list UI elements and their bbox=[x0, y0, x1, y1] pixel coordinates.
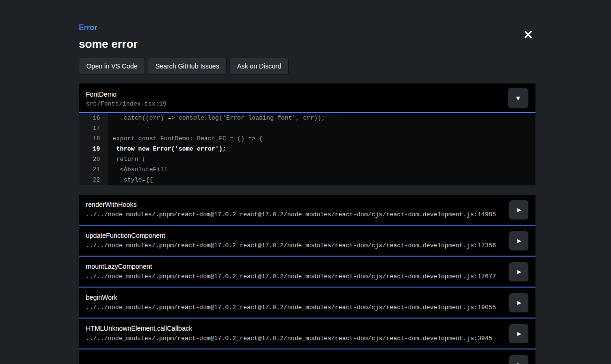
action-button-label: Open in VS Code bbox=[86, 62, 137, 70]
error-type-label: Error bbox=[79, 23, 97, 32]
action-button-label: Ask on Discord bbox=[237, 62, 281, 70]
stack-frame-function: updateFunctionComponent bbox=[86, 232, 503, 239]
play-right-icon: ▶ bbox=[516, 269, 521, 275]
code-frame-location: src/Fonts/index.tsx:19 bbox=[86, 100, 503, 107]
open-in-vscode-button[interactable]: Open in VS Code bbox=[79, 58, 145, 75]
stack-frame-location: ../../node_modules/.pnpm/react-dom@17.0.… bbox=[86, 335, 503, 342]
stack-frame-list: renderWithHooks ../../node_modules/.pnpm… bbox=[79, 195, 535, 364]
stack-frame-location: ../../node_modules/.pnpm/react-dom@17.0.… bbox=[86, 211, 503, 218]
expand-frame-button[interactable]: ▶ bbox=[509, 293, 528, 312]
stack-frame-location: ../../node_modules/.pnpm/react-dom@17.0.… bbox=[86, 304, 503, 311]
stack-frame: updateFunctionComponent ../../node_modul… bbox=[79, 226, 535, 257]
line-source: export const FontDemo: React.FC = () => … bbox=[108, 134, 263, 144]
code-line: 21 <AbsoluteFill bbox=[79, 165, 535, 175]
code-line: 16 .catch((err) => console.log('Error lo… bbox=[79, 113, 535, 123]
stack-frame: HTMLUnknownElement.callCallback ../../no… bbox=[79, 318, 535, 349]
play-right-icon: ▶ bbox=[516, 300, 521, 306]
line-source: return ( bbox=[108, 154, 145, 165]
stack-frame: mountLazyComponent ../../node_modules/.p… bbox=[79, 257, 535, 288]
stack-frame-location: ../../node_modules/.pnpm/react-dom@17.0.… bbox=[86, 242, 503, 249]
line-number: 17 bbox=[79, 123, 108, 134]
stack-frame-partial: ▶ bbox=[79, 349, 535, 364]
play-right-icon: ▶ bbox=[516, 362, 521, 364]
line-number: 18 bbox=[79, 134, 108, 144]
line-number: 16 bbox=[79, 113, 108, 123]
ask-on-discord-button[interactable]: Ask on Discord bbox=[229, 58, 289, 75]
play-right-icon: ▶ bbox=[516, 331, 521, 337]
code-line: 19 throw new Error('some error'); bbox=[79, 144, 535, 154]
expand-frame-button[interactable]: ▶ bbox=[509, 231, 528, 250]
play-right-icon: ▶ bbox=[516, 238, 521, 244]
line-number: 19 bbox=[79, 144, 108, 154]
code-frame-card: FontDemo src/Fonts/index.tsx:19 ▼ 16 .ca… bbox=[79, 83, 535, 185]
line-number: 22 bbox=[79, 175, 108, 185]
line-source bbox=[108, 123, 113, 134]
line-source: .catch((err) => console.log('Error loadi… bbox=[108, 113, 325, 123]
code-line: 20 return ( bbox=[79, 154, 535, 165]
error-message: some error bbox=[79, 38, 535, 51]
code-lines: 16 .catch((err) => console.log('Error lo… bbox=[79, 113, 535, 185]
expand-frame-button[interactable]: ▶ bbox=[509, 200, 528, 220]
code-frame-function: FontDemo bbox=[86, 91, 503, 99]
code-line: 17 bbox=[79, 123, 535, 134]
search-github-issues-button[interactable]: Search GitHub Issues bbox=[148, 58, 227, 75]
collapse-code-button[interactable]: ▼ bbox=[508, 88, 528, 108]
stack-frame-function: HTMLUnknownElement.callCallback bbox=[86, 325, 503, 332]
expand-frame-button[interactable]: ▶ bbox=[509, 262, 528, 281]
play-right-icon: ▶ bbox=[516, 207, 521, 213]
code-line: 18 export const FontDemo: React.FC = () … bbox=[79, 134, 535, 144]
expand-frame-button[interactable]: ▶ bbox=[509, 355, 528, 364]
stack-frame: renderWithHooks ../../node_modules/.pnpm… bbox=[79, 195, 535, 226]
code-line: 22 style={{ bbox=[79, 175, 535, 185]
expand-frame-button[interactable]: ▶ bbox=[509, 324, 528, 343]
chevron-down-icon: ▼ bbox=[516, 95, 520, 101]
stack-frame-location: ../../node_modules/.pnpm/react-dom@17.0.… bbox=[86, 273, 503, 280]
stack-frame-function: mountLazyComponent bbox=[86, 263, 503, 270]
line-source: <AbsoluteFill bbox=[108, 165, 168, 175]
line-source: style={{ bbox=[108, 175, 153, 185]
line-number: 21 bbox=[79, 165, 108, 175]
code-frame-header: FontDemo src/Fonts/index.tsx:19 ▼ bbox=[79, 83, 535, 113]
action-button-label: Search GitHub Issues bbox=[155, 62, 219, 70]
line-number: 20 bbox=[79, 154, 108, 165]
stack-frame-function: renderWithHooks bbox=[86, 201, 503, 208]
stack-frame-function: beginWork bbox=[86, 294, 503, 301]
stack-frame: beginWork ../../node_modules/.pnpm/react… bbox=[79, 288, 535, 318]
error-overlay: Error some error Open in VS Code Search … bbox=[79, 0, 535, 364]
action-buttons: Open in VS Code Search GitHub Issues Ask… bbox=[79, 58, 535, 75]
line-source: throw new Error('some error'); bbox=[108, 144, 226, 154]
